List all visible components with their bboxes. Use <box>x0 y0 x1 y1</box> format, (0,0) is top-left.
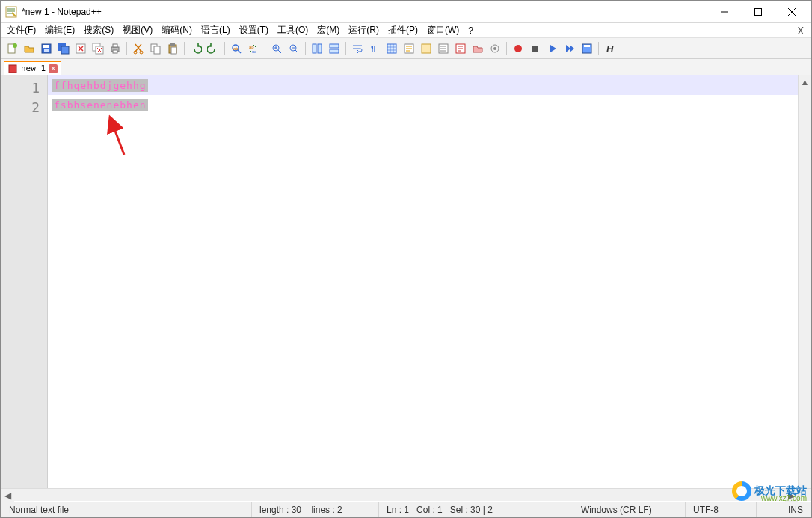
toolbar-separator <box>506 42 507 55</box>
svg-text:cd: cd <box>252 49 256 54</box>
hex-bold-icon[interactable]: H <box>602 40 618 57</box>
statusbar: Normal text file length : 30 lines : 2 L… <box>1 502 811 517</box>
minimize-button[interactable] <box>707 1 741 22</box>
scroll-right-icon[interactable]: ▶ <box>785 489 798 502</box>
svg-rect-13 <box>113 44 117 47</box>
scroll-track[interactable] <box>14 489 785 501</box>
save-all-icon[interactable] <box>55 40 72 57</box>
svg-rect-31 <box>330 49 339 53</box>
sync-v-icon[interactable] <box>309 40 325 57</box>
indent-guide-icon[interactable] <box>384 40 400 57</box>
svg-rect-28 <box>313 44 316 53</box>
svg-point-40 <box>514 45 522 52</box>
toolbar-separator <box>224 42 225 55</box>
window-title: *new 1 - Notepad++ <box>22 7 102 17</box>
menu-language[interactable]: 语言(L) <box>197 23 235 37</box>
menu-run[interactable]: 运行(R) <box>344 23 384 37</box>
toolbar-separator <box>598 42 599 55</box>
copy-icon[interactable] <box>147 40 164 57</box>
menu-search[interactable]: 搜索(S) <box>79 23 118 37</box>
save-icon[interactable] <box>38 40 55 57</box>
toolbar-separator <box>265 42 265 55</box>
line-number-gutter: 1 2 <box>1 75 48 501</box>
tab-close-icon[interactable]: ✕ <box>49 64 58 73</box>
line-text: fsbhsenenebhen <box>52 99 148 111</box>
close-all-icon[interactable] <box>90 40 106 57</box>
doc-list-icon[interactable] <box>435 40 452 57</box>
find-icon[interactable]: ab <box>228 40 244 57</box>
menu-edit[interactable]: 编辑(E) <box>40 23 79 37</box>
sync-h-icon[interactable] <box>326 40 342 57</box>
print-icon[interactable] <box>107 40 123 57</box>
stop-macro-icon[interactable] <box>527 40 544 57</box>
svg-rect-29 <box>318 44 322 53</box>
svg-text:¶: ¶ <box>371 44 375 53</box>
menu-settings[interactable]: 设置(T) <box>235 23 273 37</box>
menu-help[interactable]: ? <box>464 25 478 37</box>
redo-icon[interactable] <box>205 40 221 57</box>
play-macro-icon[interactable] <box>544 40 561 57</box>
scroll-track[interactable] <box>799 88 811 488</box>
undo-icon[interactable] <box>188 40 204 57</box>
folder-workspace-icon[interactable] <box>470 40 486 57</box>
open-file-icon[interactable] <box>21 40 37 57</box>
zoom-out-icon[interactable] <box>286 40 302 57</box>
line-number: 2 <box>1 98 47 117</box>
editor: 1 2 ffhqehbdjgehhg fsbhsenenebhen ▲ ▼ <box>1 75 811 501</box>
monitoring-icon[interactable] <box>487 40 503 57</box>
status-insert-mode[interactable]: INS <box>757 502 811 517</box>
text-line[interactable]: fsbhsenenebhen <box>48 95 798 114</box>
svg-text:ab: ab <box>233 46 239 51</box>
wordwrap-icon[interactable] <box>349 40 366 57</box>
toolbar-separator <box>345 42 346 55</box>
record-macro-icon[interactable] <box>510 40 526 57</box>
menu-tools[interactable]: 工具(O) <box>273 23 313 37</box>
doc-map-icon[interactable] <box>418 40 434 57</box>
scroll-up-icon[interactable]: ▲ <box>799 75 811 88</box>
replace-icon[interactable]: abcd <box>245 40 262 57</box>
menu-macro[interactable]: 宏(M) <box>313 23 344 37</box>
status-eol[interactable]: Windows (CR LF) <box>573 502 686 517</box>
line-text: ffhqehbdjgehhg <box>52 79 148 92</box>
svg-point-39 <box>493 47 496 50</box>
save-macro-icon[interactable] <box>579 40 595 57</box>
svg-rect-1 <box>754 8 761 15</box>
play-multi-icon[interactable] <box>562 40 578 57</box>
mdi-close-x[interactable]: X <box>792 25 810 37</box>
function-list-icon[interactable] <box>452 40 469 57</box>
toolbar-separator <box>305 42 306 55</box>
menu-window[interactable]: 窗口(W) <box>422 23 464 37</box>
titlebar: *new 1 - Notepad++ <box>1 1 811 23</box>
vertical-scrollbar[interactable]: ▲ ▼ <box>798 75 811 501</box>
close-file-icon[interactable] <box>73 40 89 57</box>
paste-icon[interactable] <box>164 40 181 57</box>
menu-view[interactable]: 视图(V) <box>118 23 157 37</box>
unsaved-dot-icon <box>7 64 18 74</box>
svg-text:H: H <box>606 43 614 55</box>
svg-rect-20 <box>170 43 175 46</box>
text-line[interactable]: ffhqehbdjgehhg <box>48 75 798 95</box>
cut-icon[interactable] <box>130 40 147 57</box>
menu-file[interactable]: 文件(F) <box>2 23 40 37</box>
menu-plugins[interactable]: 插件(P) <box>384 23 422 37</box>
annotation-arrow-icon <box>102 110 139 162</box>
svg-point-3 <box>13 43 17 48</box>
svg-rect-33 <box>387 44 396 53</box>
new-file-icon[interactable] <box>4 40 20 57</box>
zoom-in-icon[interactable] <box>268 40 285 57</box>
text-area[interactable]: ffhqehbdjgehhg fsbhsenenebhen <box>48 75 798 501</box>
status-filetype: Normal text file <box>1 502 252 517</box>
maximize-button[interactable] <box>741 1 775 22</box>
show-all-chars-icon[interactable]: ¶ <box>366 40 383 57</box>
close-button[interactable] <box>775 1 808 22</box>
horizontal-scrollbar[interactable]: ◀ ▶ <box>1 488 798 501</box>
status-encoding[interactable]: UTF-8 <box>686 502 757 517</box>
line-number: 1 <box>1 78 47 98</box>
svg-rect-21 <box>171 47 176 54</box>
tabstrip: new 1 ✕ <box>1 59 811 75</box>
toolbar: ab abcd ¶ H <box>1 38 811 59</box>
menu-encoding[interactable]: 编码(N) <box>157 23 197 37</box>
user-lang-icon[interactable] <box>401 40 417 57</box>
scroll-left-icon[interactable]: ◀ <box>1 489 14 502</box>
tab-new-1[interactable]: new 1 ✕ <box>4 61 61 75</box>
